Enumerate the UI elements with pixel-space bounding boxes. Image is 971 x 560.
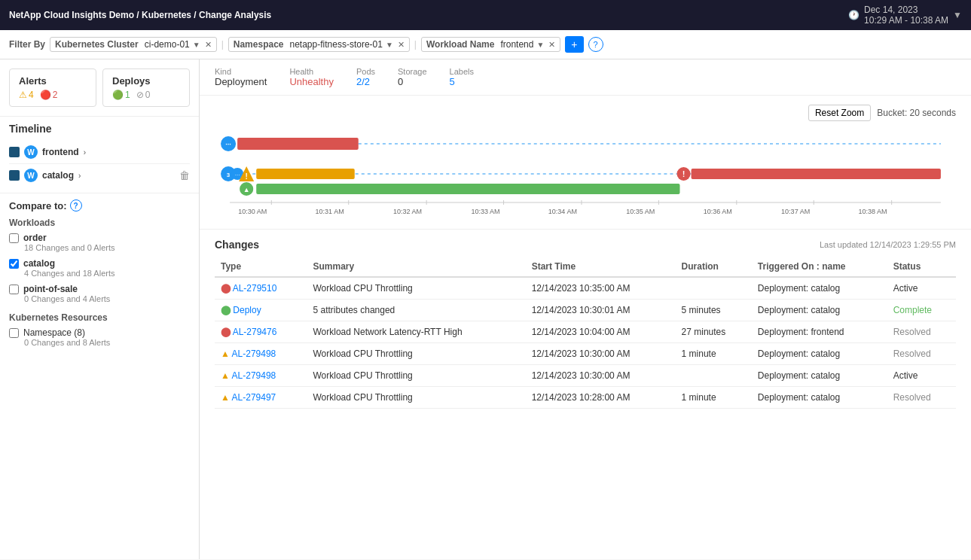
k8s-namespace-checkbox[interactable] [9,328,19,338]
kind-value: Deployment [215,76,267,87]
storage-value: 0 [398,76,427,87]
row-link-4[interactable]: AL-279498 [232,370,276,381]
row-type-0: ⬤ AL-279510 [215,277,307,300]
row-summary-3: Workload CPU Throttling [307,343,526,365]
timeline-item-frontend[interactable]: W frontend › [9,141,190,164]
row-status-1: Complete [887,300,956,321]
namespace-dropdown-arrow[interactable]: ▼ [386,41,393,49]
deploys-card[interactable]: Deploys 🟢 1 ⊘ 0 [102,68,190,107]
workload-order: order 18 Changes and 0 Alerts [9,233,190,252]
svg-text:10:30 AM: 10:30 AM [238,208,267,215]
workload-order-sub: 18 Changes and 0 Alerts [24,243,190,252]
row-duration-1: 5 minutes [676,300,752,321]
catalog-name: catalog [42,170,74,181]
workload-filter-label: Workload Name [426,39,494,50]
bucket-label: Bucket: 20 seconds [877,108,956,118]
gray-circle-icon: ⊘ [136,90,144,100]
row-status-5: Resolved [887,387,956,409]
namespace-filter-clear[interactable]: ✕ [398,40,405,50]
filter-separator-2: | [414,39,417,50]
frontend-color-box [9,147,20,157]
workload-filter-value: frontend [500,39,533,50]
workload-catalog-label: catalog [23,258,55,269]
warn-icon: ⚠ [19,90,27,100]
labels-label: Labels [450,67,474,76]
frontend-w-icon: W [24,145,38,159]
svg-rect-17 [256,184,679,194]
row-type-3: ▲ AL-279498 [215,343,307,365]
gray-count: 0 [145,90,151,100]
k8s-namespace-label: Namespace (8) [23,327,85,338]
main-content: Kind Deployment Health Unhealthy Pods 2/… [200,59,971,559]
cluster-filter-clear[interactable]: ✕ [205,40,212,50]
row-type-4: ▲ AL-279498 [215,365,307,387]
pods-value[interactable]: 2/2 [356,76,375,87]
changes-table-body: ⬤ AL-279510 Workload CPU Throttling 12/1… [215,277,956,409]
workload-pos-checkbox[interactable] [9,285,19,294]
row-status-3: Resolved [887,343,956,365]
row-link-3[interactable]: AL-279498 [232,348,276,359]
alerts-card[interactable]: Alerts ⚠ 4 🔴 2 [9,68,96,107]
workload-filter-clear[interactable]: ✕ [548,40,555,50]
col-summary: Summary [307,257,526,277]
workload-filter-chip: Workload Name frontend ▼ ✕ [421,37,560,52]
row-triggered-3: Deployment: catalog [752,343,887,365]
row-link-0[interactable]: AL-279510 [233,283,277,294]
row-summary-0: Workload CPU Throttling [307,277,526,300]
table-row: ⬤ Deploy 5 attributes changed 12/14/2023… [215,300,956,321]
compare-title: Compare to: ? [9,199,190,212]
workload-dropdown-arrow[interactable]: ▼ [536,41,544,49]
row-start-4: 12/14/2023 10:30:00 AM [526,365,676,387]
row-link-1[interactable]: Deploy [233,305,261,315]
info-labels: Labels 5 [450,67,474,87]
workload-catalog-sub: 4 Changes and 18 Alerts [24,269,190,278]
workload-catalog-checkbox[interactable] [9,259,19,269]
info-storage: Storage 0 [398,67,427,87]
chart-area: Reset Zoom Bucket: 20 seconds ··· 3 ··· [200,96,971,230]
catalog-delete-icon[interactable]: 🗑 [179,169,190,181]
time-range-display: 10:29 AM - 10:38 AM [864,15,948,26]
col-triggered-on: Triggered On : name [752,257,887,277]
ok-count: 1 [125,90,130,100]
date-display: Dec 14, 2023 [864,5,948,15]
row-duration-4 [676,365,752,387]
date-time-display: 🕐 Dec 14, 2023 10:29 AM - 10:38 AM ▼ [848,5,962,26]
warn-badge: ⚠ 4 [19,90,34,100]
labels-value[interactable]: 5 [450,76,474,87]
frontend-expand-icon[interactable]: › [84,148,86,157]
err-count: 2 [53,90,58,100]
deploys-badges: 🟢 1 ⊘ 0 [112,90,180,100]
svg-text:▲: ▲ [243,186,250,193]
workload-pos-sub: 0 Changes and 4 Alerts [24,294,190,303]
chevron-down-icon[interactable]: ▼ [953,10,962,20]
cluster-dropdown-arrow[interactable]: ▼ [193,41,200,49]
svg-text:10:36 AM: 10:36 AM [704,208,732,215]
row-duration-2: 27 minutes [676,321,752,343]
table-row: ⬤ AL-279510 Workload CPU Throttling 12/1… [215,277,956,300]
row-link-5[interactable]: AL-279497 [232,392,276,403]
workload-order-label: order [23,233,47,243]
add-filter-button[interactable]: + [565,36,583,53]
svg-text:···: ··· [235,172,240,178]
breadcrumb: NetApp Cloud Insights Demo / Kubernetes … [9,10,271,20]
workload-order-checkbox[interactable] [9,233,19,243]
sidebar: Alerts ⚠ 4 🔴 2 Deploys 🟢 [0,59,200,559]
catalog-w-icon: W [24,169,38,182]
chart-header: Reset Zoom Bucket: 20 seconds [215,105,956,121]
col-status: Status [887,257,956,277]
timeline-sidebar-section: Timeline W frontend › W catalog › 🗑 [0,117,199,193]
filter-help-button[interactable]: ? [588,37,603,52]
cluster-filter-label: Kubernetes Cluster [55,39,139,50]
row-status-2: Resolved [887,321,956,343]
catalog-expand-icon[interactable]: › [78,172,81,180]
cluster-filter-chip: Kubernetes Cluster ci-demo-01 ▼ ✕ [50,37,217,52]
compare-help-icon[interactable]: ? [70,199,82,212]
filter-by-label: Filter By [9,39,45,50]
row-link-2[interactable]: AL-279476 [233,327,277,337]
row-summary-1: 5 attributes changed [307,300,526,321]
info-health: Health Unhealthy [289,67,334,87]
cluster-filter-value: ci-demo-01 [145,39,190,50]
health-value: Unhealthy [289,76,334,87]
timeline-item-catalog[interactable]: W catalog › 🗑 [9,164,190,187]
reset-zoom-button[interactable]: Reset Zoom [808,105,871,121]
